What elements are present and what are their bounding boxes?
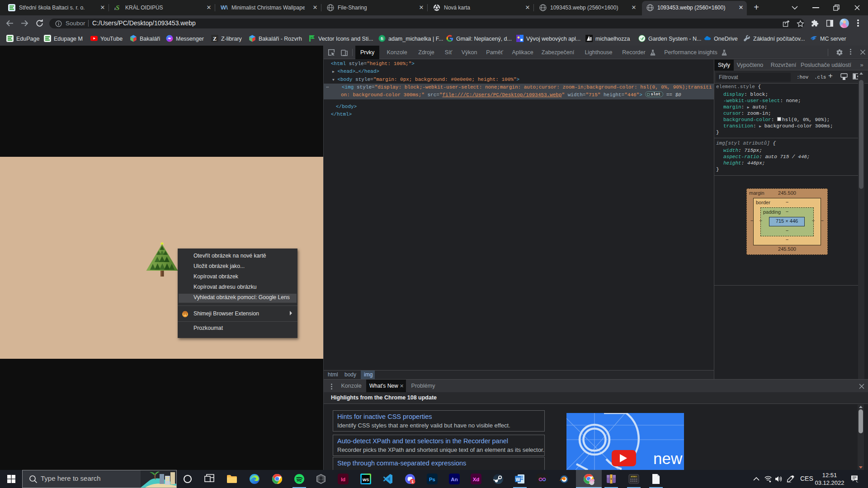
svg-text:ATTACK: ATTACK: [631, 476, 637, 478]
svg-text:WS: WS: [363, 478, 369, 482]
svg-text:An: An: [451, 477, 458, 482]
svg-text:Ps: Ps: [429, 477, 435, 482]
svg-text:1: 1: [411, 479, 414, 484]
svg-text:Xd: Xd: [473, 477, 480, 482]
svg-text:new: new: [653, 450, 683, 467]
svg-text:W: W: [516, 477, 520, 482]
svg-text:Z: Z: [213, 36, 217, 42]
svg-text:fi: fi: [381, 36, 383, 41]
svg-text:Id: Id: [341, 477, 345, 482]
